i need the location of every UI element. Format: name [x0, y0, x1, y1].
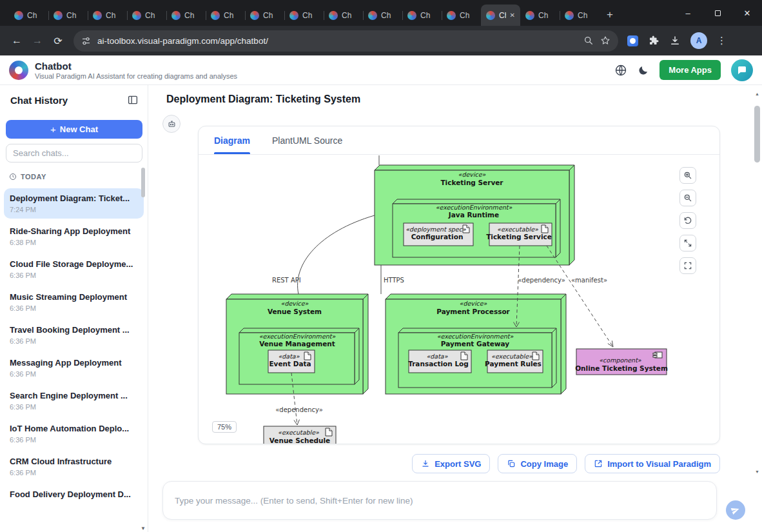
- message-input[interactable]: [163, 482, 716, 519]
- close-window-button[interactable]: ✕: [732, 0, 762, 26]
- expand-button[interactable]: [679, 235, 696, 251]
- svg-text:«executable»: «executable»: [491, 353, 532, 360]
- svg-text:«deployment spec»: «deployment spec»: [405, 226, 466, 233]
- svg-text:«executable»: «executable»: [497, 226, 538, 233]
- card-tab-bar: Diagram PlantUML Source: [199, 126, 719, 155]
- artifact-transaction-log: «data» Transaction Log: [408, 350, 471, 373]
- browser-tab[interactable]: Ch: [560, 5, 599, 26]
- new-tab-button[interactable]: +: [601, 6, 618, 23]
- today-section-header: TODAY: [9, 173, 148, 181]
- component-online-ticketing-system: «component» Online Ticketing System: [575, 349, 668, 375]
- site-favicon: [171, 11, 181, 20]
- svg-text:Payment Processor: Payment Processor: [436, 308, 510, 315]
- bookmark-star-icon[interactable]: [600, 35, 611, 46]
- tab-diagram[interactable]: Diagram: [214, 126, 250, 154]
- language-globe-icon[interactable]: [614, 64, 627, 77]
- browser-tab[interactable]: Ch: [284, 5, 324, 26]
- chat-item[interactable]: Food Delivery Deployment D...: [4, 484, 144, 507]
- external-link-icon: [594, 459, 603, 468]
- svg-text:Payment Rules: Payment Rules: [485, 360, 542, 368]
- reload-button[interactable]: ⟳: [48, 30, 68, 51]
- diagram-canvas[interactable]: «device» Ticketing Server «executionEnvi…: [199, 155, 719, 444]
- browser-tab[interactable]: Ch: [363, 5, 402, 26]
- site-favicon: [250, 11, 259, 20]
- url-text: ai-toolbox.visual-paradigm.com/app/chatb…: [97, 36, 577, 46]
- more-apps-button[interactable]: More Apps: [659, 60, 721, 80]
- search-chats-input[interactable]: [6, 144, 142, 163]
- fullscreen-button[interactable]: [679, 257, 696, 274]
- new-chat-label: New Chat: [60, 124, 98, 134]
- sidebar-scrollbar-thumb[interactable]: [141, 168, 145, 197]
- chat-item[interactable]: CRM Cloud Infrastructure 6:36 PM: [4, 451, 144, 482]
- browser-tab[interactable]: Ch: [48, 5, 88, 26]
- main-scrollbar-thumb[interactable]: [754, 106, 760, 163]
- browser-tab[interactable]: Ch: [88, 5, 127, 26]
- svg-text:«device»: «device»: [460, 300, 487, 307]
- svg-text:«component»: «component»: [599, 357, 641, 364]
- robot-icon: [167, 119, 177, 129]
- chat-widget-button[interactable]: [731, 59, 753, 81]
- import-to-visual-paradigm-button[interactable]: Import to Visual Paradigm: [585, 454, 720, 473]
- browser-tab[interactable]: Ch: [206, 5, 245, 26]
- scroll-up-icon[interactable]: ▲: [752, 89, 762, 98]
- reset-view-button[interactable]: [679, 212, 696, 229]
- zoom-out-icon: [683, 193, 692, 202]
- scroll-down-icon[interactable]: ▼: [752, 467, 762, 476]
- app-subtitle: Visual Paradigm AI Assistant for creatin…: [35, 72, 237, 80]
- zoom-out-button[interactable]: [679, 190, 696, 206]
- tab-plantuml-source[interactable]: PlantUML Source: [272, 126, 342, 154]
- copy-image-button[interactable]: Copy Image: [498, 454, 577, 473]
- browser-tab[interactable]: Ch: [402, 5, 442, 26]
- send-plane-icon: [730, 504, 741, 516]
- browser-tab-active[interactable]: Ch✕: [481, 5, 520, 26]
- close-tab-icon[interactable]: ✕: [510, 12, 515, 19]
- chat-item-selected[interactable]: Deployment Diagram: Ticket... 7:24 PM: [4, 188, 144, 219]
- export-svg-button[interactable]: Export SVG: [412, 454, 490, 473]
- extensions-puzzle-icon[interactable]: [648, 35, 659, 46]
- svg-text:Payment Gateway: Payment Gateway: [441, 340, 510, 348]
- browser-action-icon[interactable]: [627, 35, 638, 46]
- browser-tab[interactable]: Ch: [520, 5, 560, 26]
- download-icon: [421, 459, 430, 468]
- svg-text:«manifest»: «manifest»: [571, 277, 607, 284]
- browser-tab[interactable]: Ch: [9, 5, 48, 26]
- toolbar-right: A ⋮: [627, 32, 727, 49]
- minimize-button[interactable]: –: [673, 0, 703, 26]
- main-scrollbar: ▲ ▼: [752, 89, 762, 476]
- chat-item[interactable]: Ride-Sharing App Deployment 6:38 PM: [4, 221, 144, 251]
- chat-item[interactable]: IoT Home Automation Deplo... 6:36 PM: [4, 419, 144, 449]
- back-button[interactable]: ←: [6, 30, 27, 51]
- site-favicon: [289, 11, 298, 20]
- browser-tab[interactable]: Ch: [324, 5, 363, 26]
- send-button[interactable]: [726, 500, 745, 520]
- sidebar-scroll-down-icon[interactable]: ▼: [141, 526, 146, 531]
- svg-text:Ticketing Server: Ticketing Server: [440, 179, 503, 186]
- browser-tab[interactable]: Ch: [166, 5, 206, 26]
- zoom-in-button[interactable]: [679, 167, 696, 184]
- profile-avatar[interactable]: A: [690, 32, 707, 49]
- chat-item[interactable]: Music Streaming Deployment 6:36 PM: [4, 287, 144, 317]
- chat-item[interactable]: Travel Booking Deployment ... 6:36 PM: [4, 320, 144, 350]
- browser-tab[interactable]: Ch: [442, 5, 481, 26]
- page-title: Deployment Diagram: Ticketing System: [166, 94, 360, 105]
- address-bar[interactable]: ai-toolbox.visual-paradigm.com/app/chatb…: [73, 30, 618, 52]
- sidebar-title: Chat History: [10, 95, 68, 106]
- site-info-icon[interactable]: [81, 36, 91, 46]
- downloads-icon[interactable]: [669, 35, 681, 46]
- collapse-sidebar-icon[interactable]: [127, 94, 139, 106]
- chat-item[interactable]: Messaging App Deployment 6:36 PM: [4, 353, 144, 383]
- new-chat-button[interactable]: + New Chat: [6, 120, 142, 139]
- browser-tab[interactable]: Ch: [127, 5, 166, 26]
- zoom-icon[interactable]: [583, 35, 594, 46]
- chat-item[interactable]: Search Engine Deployment ... 6:36 PM: [4, 386, 144, 416]
- browser-tab[interactable]: Ch: [245, 5, 284, 26]
- artifact-event-data: «data» Event Data: [268, 350, 315, 373]
- visual-paradigm-logo: [9, 61, 28, 80]
- maximize-button[interactable]: [703, 0, 732, 26]
- svg-text:«executable»: «executable»: [278, 429, 319, 436]
- browser-menu-icon[interactable]: ⋮: [717, 35, 727, 46]
- today-label: TODAY: [21, 173, 46, 181]
- chat-item[interactable]: Cloud File Storage Deployme... 6:36 PM: [4, 254, 144, 284]
- dark-mode-moon-icon[interactable]: [638, 64, 649, 76]
- forward-button[interactable]: →: [27, 30, 48, 51]
